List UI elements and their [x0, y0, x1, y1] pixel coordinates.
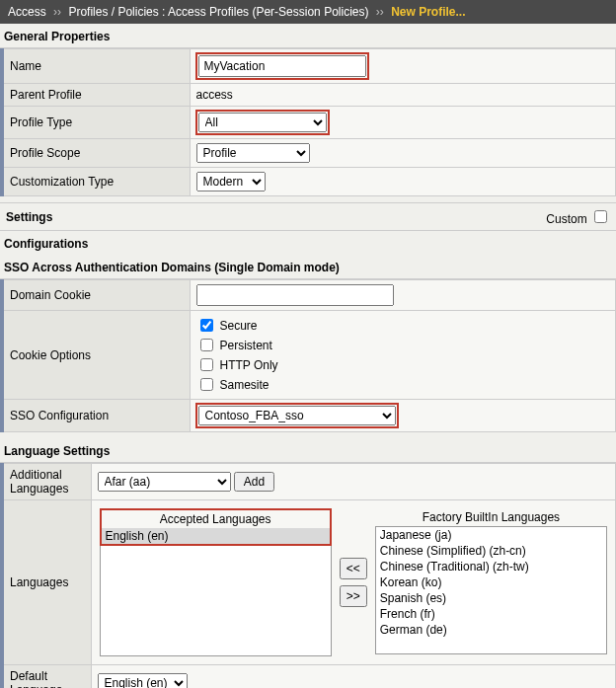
factory-item[interactable]: French (fr) [376, 606, 606, 622]
profile-scope-select[interactable]: Profile [196, 143, 310, 163]
breadcrumb-root[interactable]: Access [8, 5, 46, 19]
customization-type-select[interactable]: Modern [196, 172, 266, 191]
label-sso-config: SSO Configuration [2, 400, 190, 432]
secure-checkbox[interactable] [200, 319, 213, 332]
move-right-button[interactable]: >> [340, 585, 367, 607]
highlight-sso-config: Contoso_FBA_sso [196, 404, 398, 427]
persistent-checkbox[interactable] [200, 339, 213, 351]
factory-item[interactable]: Korean (ko) [376, 574, 606, 590]
general-properties-table: Name Parent Profile access Profile Type … [0, 48, 616, 196]
languages-area: Accepted Languages English (en) << >> Fa… [96, 504, 612, 660]
samesite-checkbox[interactable] [200, 378, 213, 391]
language-table: Additional Languages Afar (aa) Add Langu… [0, 463, 616, 688]
label-name: Name [2, 49, 190, 84]
label-domain-cookie: Domain Cookie [2, 280, 190, 311]
breadcrumb-sep: ›› [376, 5, 384, 19]
label-cookie-options: Cookie Options [2, 311, 190, 400]
breadcrumb: Access ›› Profiles / Policies : Access P… [0, 0, 616, 24]
section-general-title: General Properties [0, 24, 616, 48]
highlight-name [196, 53, 368, 79]
profile-type-select[interactable]: All [198, 113, 327, 132]
secure-label: Secure [220, 319, 258, 333]
highlight-type: All [196, 111, 329, 134]
persistent-label: Persistent [220, 339, 272, 352]
httponly-label: HTTP Only [220, 358, 278, 372]
default-lang-select[interactable]: English (en) [98, 673, 188, 688]
section-settings-title: Settings [6, 210, 52, 224]
httponly-checkbox[interactable] [200, 358, 213, 371]
sso-table: Domain Cookie Cookie Options Secure Pers… [0, 279, 616, 432]
factory-title: Factory BuiltIn Languages [375, 508, 607, 526]
section-language-title: Language Settings [0, 438, 616, 463]
label-scope: Profile Scope [2, 139, 190, 168]
accepted-col: Accepted Languages English (en) [100, 508, 332, 656]
label-default-lang: Default Language [2, 665, 91, 689]
accepted-title: Accepted Languages [102, 510, 330, 528]
accepted-listbox[interactable] [100, 546, 332, 656]
breadcrumb-path[interactable]: Profiles / Policies : Access Profiles (P… [68, 5, 368, 19]
label-cust: Customization Type [2, 168, 190, 196]
highlight-accepted: Accepted Languages English (en) [100, 508, 332, 546]
section-sso-title: SSO Across Authentication Domains (Singl… [0, 255, 616, 279]
accepted-item-english[interactable]: English (en) [102, 528, 330, 544]
samesite-label: Samesite [220, 378, 270, 392]
additional-lang-select[interactable]: Afar (aa) [98, 472, 231, 492]
factory-item[interactable]: Chinese (Traditional) (zh-tw) [376, 559, 606, 574]
sso-config-select[interactable]: Contoso_FBA_sso [198, 406, 396, 425]
factory-item[interactable]: German (de) [376, 622, 606, 638]
label-additional-lang: Additional Languages [2, 464, 91, 500]
custom-toggle-wrap: Custom [546, 207, 610, 226]
factory-col: Factory BuiltIn Languages Japanese (ja) … [375, 508, 607, 656]
move-buttons: << >> [338, 508, 369, 656]
name-input[interactable] [198, 55, 366, 77]
value-parent: access [190, 84, 616, 107]
label-parent: Parent Profile [2, 84, 190, 107]
domain-cookie-input[interactable] [196, 284, 394, 306]
custom-checkbox[interactable] [594, 210, 607, 223]
section-config-title: Configurations [0, 231, 616, 255]
breadcrumb-sep: ›› [53, 5, 61, 19]
label-type: Profile Type [2, 107, 190, 139]
breadcrumb-current: New Profile... [391, 5, 465, 19]
custom-label: Custom [546, 212, 586, 226]
factory-item[interactable]: Spanish (es) [376, 590, 606, 606]
factory-item[interactable]: Chinese (Simplified) (zh-cn) [376, 543, 606, 559]
factory-item[interactable]: Japanese (ja) [376, 527, 606, 543]
settings-row: Settings Custom [0, 202, 616, 231]
add-lang-button[interactable]: Add [234, 472, 274, 492]
move-left-button[interactable]: << [340, 558, 367, 579]
label-languages: Languages [2, 500, 91, 665]
factory-listbox[interactable]: Japanese (ja) Chinese (Simplified) (zh-c… [375, 526, 607, 654]
